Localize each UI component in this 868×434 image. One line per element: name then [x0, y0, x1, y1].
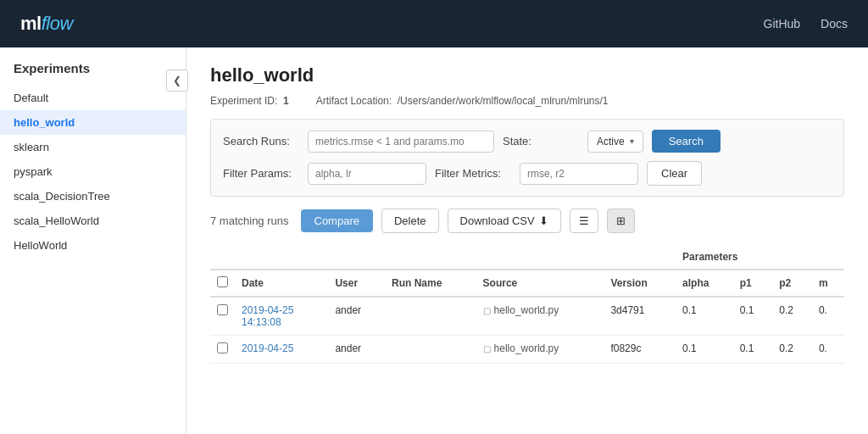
run-source: ▢ hello_world.py: [476, 336, 604, 364]
params-header-row: Parameters: [210, 245, 844, 270]
main-layout: Experiments Default hello_world sklearn …: [0, 47, 868, 434]
compare-button[interactable]: Compare: [301, 209, 373, 232]
sidebar-title: Experiments: [0, 61, 186, 86]
run-name: [385, 336, 476, 364]
experiment-id-label: Experiment ID:: [210, 95, 277, 107]
sidebar-item-sklearn[interactable]: sklearn: [0, 135, 186, 159]
state-dropdown[interactable]: Active ▾: [587, 131, 643, 153]
table-row: 2019-04-25 14:13:08 ander ▢ hello_world.…: [210, 297, 844, 336]
run-count: 7 matching runs: [210, 214, 289, 227]
search-runs-row: Search Runs: State: Active ▾ Search: [223, 130, 832, 153]
file-icon: ▢: [483, 306, 491, 315]
run-date-cell: 2019-04-25 14:13:08: [235, 297, 328, 336]
empty-header: [210, 245, 676, 270]
run-source: ▢ hello_world.py: [476, 297, 604, 336]
artifact-location: Artifact Location: /Users/ander/work/mlf…: [316, 95, 609, 107]
run-date-line1: 2019-04-25: [242, 342, 293, 354]
run-name: [385, 297, 476, 336]
list-view-button[interactable]: ☰: [570, 209, 598, 233]
date-header: Date: [235, 270, 328, 297]
sidebar: Experiments Default hello_world sklearn …: [0, 47, 186, 434]
run-m: 0.: [812, 297, 844, 336]
run-version: 3d4791: [604, 297, 676, 336]
grid-view-button[interactable]: ⊞: [607, 209, 635, 233]
page-title: hello_world: [210, 64, 844, 86]
github-link[interactable]: GitHub: [764, 17, 801, 31]
clear-button[interactable]: Clear: [647, 161, 702, 186]
sidebar-collapse-button[interactable]: ❮: [166, 70, 188, 92]
filter-row: Filter Params: Filter Metrics: Clear: [223, 161, 832, 186]
row-checkbox[interactable]: [217, 304, 228, 315]
experiment-id-value: 1: [283, 95, 289, 107]
sidebar-item-default[interactable]: Default: [0, 86, 186, 110]
experiment-id: Experiment ID: 1: [210, 95, 289, 107]
select-all-checkbox[interactable]: [217, 276, 228, 287]
filter-params-label: Filter Params:: [223, 167, 299, 180]
download-csv-button[interactable]: Download CSV ⬇: [448, 209, 561, 233]
run-alpha: 0.1: [676, 297, 733, 336]
run-source-name: hello_world.py: [494, 304, 559, 316]
run-p2: 0.2: [772, 297, 812, 336]
delete-button[interactable]: Delete: [381, 209, 439, 233]
artifact-location-label: Artifact Location:: [316, 95, 392, 107]
row-checkbox[interactable]: [217, 342, 228, 353]
run-p2: 0.2: [772, 336, 812, 364]
logo-flow: flow: [42, 13, 73, 34]
experiment-meta: Experiment ID: 1 Artifact Location: /Use…: [210, 95, 844, 107]
column-header-row: Date User Run Name Source Version alpha …: [210, 270, 844, 297]
docs-link[interactable]: Docs: [821, 17, 848, 31]
p1-header: p1: [733, 270, 773, 297]
download-icon: ⬇: [539, 214, 548, 227]
logo-ml: ml: [20, 13, 42, 34]
main-content: hello_world Experiment ID: 1 Artifact Lo…: [186, 47, 868, 434]
sidebar-item-scala-decision-tree[interactable]: scala_DecisionTree: [0, 184, 186, 209]
file-icon: ▢: [483, 344, 491, 353]
run-date-link[interactable]: 2019-04-25 14:13:08: [242, 304, 321, 328]
run-user: ander: [328, 297, 385, 336]
run-version: f0829c: [604, 336, 676, 364]
state-dropdown-value: Active: [597, 136, 625, 147]
run-source-name: hello_world.py: [494, 342, 559, 354]
parameters-group-header: Parameters: [676, 245, 844, 270]
alpha-header: alpha: [676, 270, 733, 297]
run-date-line1: 2019-04-25: [242, 304, 293, 316]
select-all-header: [210, 270, 235, 297]
run-user: ander: [328, 336, 385, 364]
run-date-cell: 2019-04-25: [235, 336, 328, 364]
run-p1: 0.1: [733, 336, 773, 364]
row-checkbox-cell: [210, 336, 235, 364]
search-runs-label: Search Runs:: [223, 135, 299, 147]
sidebar-item-scala-hello-world[interactable]: scala_HelloWorld: [0, 209, 186, 233]
search-button[interactable]: Search: [652, 130, 721, 153]
sidebar-item-hello-world[interactable]: hello_world: [0, 110, 186, 135]
chevron-down-icon: ▾: [630, 136, 634, 146]
sidebar-item-pyspark[interactable]: pyspark: [0, 159, 186, 184]
state-label: State:: [503, 135, 579, 147]
source-header: Source: [476, 270, 604, 297]
run-date-line2: 14:13:08: [242, 316, 281, 328]
run-name-header: Run Name: [385, 270, 476, 297]
runs-table: Parameters Date User Run Name Source Ver…: [210, 245, 844, 364]
app-logo: mlflow: [20, 13, 73, 35]
run-m: 0.: [812, 336, 844, 364]
filter-params-input[interactable]: [308, 163, 426, 185]
user-header: User: [328, 270, 385, 297]
run-alpha: 0.1: [676, 336, 733, 364]
filter-metrics-label: Filter Metrics:: [435, 167, 511, 180]
version-header: Version: [604, 270, 676, 297]
sidebar-item-hello-world-2[interactable]: HelloWorld: [0, 233, 186, 258]
app-header: mlflow GitHub Docs: [0, 0, 868, 47]
search-runs-input[interactable]: [308, 131, 494, 153]
p2-header: p2: [772, 270, 812, 297]
run-date-link[interactable]: 2019-04-25: [242, 342, 321, 354]
row-checkbox-cell: [210, 297, 235, 336]
m-header: m: [812, 270, 844, 297]
header-nav: GitHub Docs: [764, 17, 848, 31]
filter-metrics-input[interactable]: [520, 163, 638, 185]
toolbar: 7 matching runs Compare Delete Download …: [210, 209, 844, 233]
table-row: 2019-04-25 ander ▢ hello_world.py f0829c…: [210, 336, 844, 364]
run-p1: 0.1: [733, 297, 773, 336]
artifact-location-value: /Users/ander/work/mlflow/local_mlrun/mlr…: [398, 95, 609, 107]
search-section: Search Runs: State: Active ▾ Search Filt…: [210, 119, 844, 197]
download-csv-label: Download CSV: [460, 214, 535, 227]
